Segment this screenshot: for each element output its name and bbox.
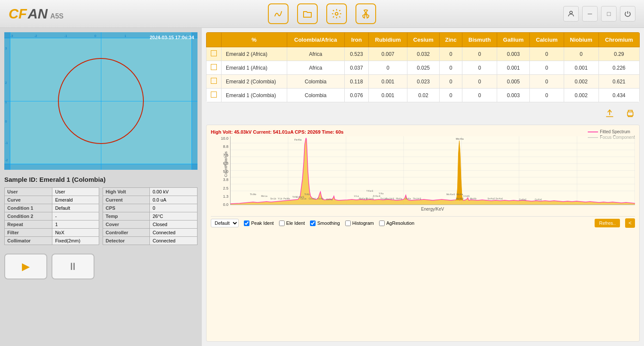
row-checkbox-cell[interactable] <box>207 89 222 102</box>
smoothing-checkbox[interactable] <box>310 220 316 226</box>
preset-dropdown[interactable]: Default <box>211 219 239 227</box>
info-value: 1 <box>52 220 99 229</box>
svg-text:Th:Lbl-E: Th:Lbl-E <box>413 197 421 200</box>
row-checkbox-cell[interactable] <box>207 75 222 89</box>
svg-rect-16 <box>628 112 633 116</box>
svg-text:Mo:Kb2: Mo:Kb2 <box>456 197 464 200</box>
row-region: Africa <box>287 47 344 61</box>
print-icon <box>626 109 635 118</box>
table-header-row: % Colombia/Africa Iron Rubidium Cesium Z… <box>207 33 640 47</box>
collapse-button[interactable]: < <box>625 218 635 228</box>
info-value: 26°C <box>150 212 197 220</box>
row-calcium: 0 <box>530 61 564 75</box>
maximize-button[interactable]: □ <box>601 6 617 21</box>
row-name: Emerald 2 (Africa) <box>222 47 287 61</box>
info-label: Temp <box>103 212 150 220</box>
minimize-button[interactable]: ─ <box>582 6 598 21</box>
agresolution-label: AgResolution <box>386 220 414 226</box>
histogram-label: Histogram <box>352 220 374 226</box>
info-row: Repeat 1 <box>5 220 99 229</box>
ele-ident-label: Ele Ident <box>286 220 305 226</box>
svg-text:Mo:La: Mo:La <box>261 195 267 197</box>
row-iron: 0.076 <box>344 89 369 102</box>
logo-an: AN <box>28 6 48 22</box>
settings-icon <box>331 8 342 19</box>
svg-text:Sn:Ka1: Sn:Ka1 <box>495 197 503 200</box>
power-button[interactable] <box>620 6 635 21</box>
right-info-table: High Volt 0.00 kV Current 0.0 uA CPS 0 T… <box>103 187 197 245</box>
col-gallium: Gallium <box>497 33 530 47</box>
y-label: 8.8 <box>223 144 228 149</box>
print-button[interactable] <box>623 106 638 121</box>
row-gallium: 0.003 <box>497 89 530 102</box>
y-label: 10.0 <box>221 136 228 141</box>
svg-text:Cs:Lb1: Cs:Lb1 <box>309 197 316 200</box>
sample-id-value: Emerald 1 (Colombia) <box>39 176 106 183</box>
export-button[interactable] <box>602 106 617 121</box>
logo-cf: CF <box>9 6 27 22</box>
peak-ident-checkbox[interactable] <box>244 220 249 226</box>
info-value: 0.00 kV <box>150 188 197 196</box>
radiation-icon <box>361 9 371 19</box>
info-label: Curve <box>5 196 52 204</box>
info-row: Curve Emerald <box>5 196 99 204</box>
radiation-button[interactable] <box>355 3 376 24</box>
target-circle <box>58 58 144 144</box>
svg-text:Y:Lb: Y:Lb <box>278 197 283 200</box>
ele-ident-checkbox[interactable] <box>279 220 285 226</box>
results-table: % Colombia/Africa Iron Rubidium Cesium Z… <box>206 32 640 102</box>
table-row: Emerald 1 (Colombia) Colombia 0.0760.001… <box>207 89 640 102</box>
spectrum-svg: Fe:Ka Mo:Ka Th:Mo Mo:La Sn:Lb Y:Lb Pa:Mo… <box>230 136 635 205</box>
folder-button[interactable] <box>297 3 318 24</box>
header-toolbar <box>268 3 376 24</box>
col-checkbox[interactable] <box>207 33 222 47</box>
col-zinc: Zinc <box>440 33 462 47</box>
row-checkbox[interactable] <box>211 50 217 56</box>
row-name: Emerald 1 (Africa) <box>222 61 287 75</box>
settings-button[interactable] <box>326 3 347 24</box>
svg-text:Th:La-E: Th:La-E <box>366 197 374 200</box>
select-all-checkbox[interactable] <box>211 36 217 42</box>
histogram-checkbox[interactable] <box>345 220 351 226</box>
info-value: Closed <box>150 220 197 229</box>
info-row: Condition 1 Default <box>5 204 99 212</box>
agresolution-checkbox[interactable] <box>379 220 385 226</box>
refresh-button[interactable]: Refres.. <box>595 219 620 227</box>
row-checkbox[interactable] <box>211 78 217 84</box>
row-name: Emerald 1 (Colombia) <box>222 89 287 102</box>
signature-button[interactable] <box>268 3 289 24</box>
y-label: 2.5 <box>223 186 228 190</box>
svg-text:Y:Ka: Y:Ka <box>379 192 383 195</box>
spectrum-header: High Volt: 45.03kV Current: 541.01uA CPS… <box>211 129 635 135</box>
row-gallium: 0.001 <box>497 61 530 75</box>
table-row: Emerald 2 (Colombia) Colombia 0.1180.001… <box>207 75 640 89</box>
info-label: CPS <box>103 204 150 212</box>
action-icons <box>206 102 640 125</box>
agresolution-group: AgResolution <box>379 220 414 226</box>
info-value: Connected <box>150 229 197 237</box>
row-calcium: 0 <box>530 47 564 61</box>
row-checkbox[interactable] <box>211 64 217 70</box>
sample-id: Sample ID: Emerald 1 (Colombia) <box>4 174 197 185</box>
user-button[interactable] <box>563 6 579 21</box>
row-checkbox-cell[interactable] <box>207 47 222 61</box>
histogram-group: Histogram <box>345 220 374 226</box>
info-value: - <box>52 212 99 220</box>
row-niobium: 0.001 <box>564 61 598 75</box>
svg-text:Zr:Ka-E: Zr:Ka-E <box>373 195 381 197</box>
play-button[interactable]: ▶ <box>4 254 47 279</box>
row-checkbox[interactable] <box>211 92 217 98</box>
row-checkbox-cell[interactable] <box>207 61 222 75</box>
svg-text:Ti:Kb: Ti:Kb <box>304 193 310 196</box>
svg-text:Ga:Ka: Ga:Ka <box>326 198 333 201</box>
row-zinc: 0 <box>440 47 462 61</box>
svg-text:Cs:Ka1: Cs:Ka1 <box>535 198 542 201</box>
row-calcium: 0 <box>530 89 564 102</box>
svg-text:Pa:Mo: Pa:Mo <box>283 197 290 200</box>
pause-button[interactable]: ⏸ <box>52 254 94 279</box>
row-name: Emerald 2 (Colombia) <box>222 75 287 89</box>
row-rubidium: 0 <box>369 61 407 75</box>
logo-version: A5S <box>50 12 64 20</box>
x-axis-label: Energy/KeV <box>230 207 635 211</box>
y-label: 0.0 <box>223 202 228 207</box>
